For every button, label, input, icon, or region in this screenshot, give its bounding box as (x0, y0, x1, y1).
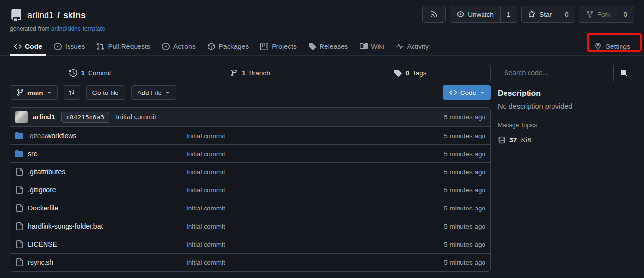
unwatch-label: Unwatch (468, 11, 494, 18)
tab-packages[interactable]: Packages (202, 37, 254, 55)
add-file-button[interactable]: Add File (131, 85, 177, 100)
branches-stat-link[interactable]: 1 Branch (170, 65, 330, 81)
commits-label: Commit (88, 70, 111, 77)
add-file-label: Add File (138, 89, 162, 96)
forks-count: 0 (623, 11, 627, 18)
code-download-button[interactable]: Code (443, 85, 491, 100)
unwatch-button[interactable]: Unwatch (450, 6, 500, 22)
branches-label: Branch (249, 70, 270, 77)
file-icon (15, 222, 23, 230)
repo-title-separator: / (57, 10, 60, 20)
commit-hash-badge[interactable]: c84215d0a3 (61, 112, 109, 123)
watch-button-group: Unwatch 1 (450, 6, 517, 23)
file-commit-message-link[interactable]: Initial commit (186, 205, 444, 212)
tags-stat-link[interactable]: 0 Tags (330, 65, 490, 81)
file-toolbar: main Go to file Add File Code (10, 85, 491, 100)
file-name-link[interactable]: src (28, 150, 37, 158)
eye-icon (457, 10, 464, 18)
branch-selector[interactable]: main (10, 85, 58, 100)
file-icon (15, 240, 23, 248)
tab-pull-requests-label: Pull Requests (108, 43, 150, 50)
database-icon (498, 136, 506, 144)
file-commit-message-link[interactable]: Initial commit (186, 168, 444, 176)
pulse-icon (396, 43, 404, 50)
file-commit-time: 5 minutes ago (444, 205, 485, 212)
stars-count-button[interactable]: 0 (558, 6, 575, 22)
tag-icon (394, 69, 402, 77)
file-icon (15, 204, 23, 212)
tab-wiki[interactable]: Wiki (354, 37, 390, 55)
tab-pull-requests[interactable]: Pull Requests (91, 37, 156, 55)
commit-author-link[interactable]: arlind1 (33, 113, 55, 121)
repo-owner-link[interactable]: arlind1 (27, 10, 54, 20)
chevron-down-icon (47, 92, 51, 94)
file-commit-time: 5 minutes ago (444, 168, 485, 176)
file-name-link[interactable]: .gitattributes (28, 168, 65, 176)
repo-nav-tabs: Code Issues Pull Requests Actions Packag… (0, 37, 644, 56)
file-table: arlind1 c84215d0a3 Initial commit 5 minu… (10, 107, 491, 272)
file-name-link[interactable]: Dockerfile (28, 204, 58, 212)
git-branch-icon (16, 89, 24, 96)
commits-stat-link[interactable]: 1 Commit (10, 65, 170, 81)
file-name-link[interactable]: .gitignore (28, 186, 56, 194)
compare-button[interactable] (64, 85, 80, 100)
forks-count-button[interactable]: 0 (617, 6, 634, 22)
book-icon (360, 43, 368, 50)
file-commit-message-link[interactable]: Initial commit (186, 223, 444, 230)
generated-from-template-link[interactable]: arlind/skins-template (51, 25, 105, 32)
pull-request-icon (96, 43, 104, 50)
file-name-link[interactable]: hardlink-songs-folder.bat (28, 222, 103, 230)
history-icon (69, 69, 77, 77)
fork-button[interactable]: Fork (579, 6, 617, 22)
search-icon (620, 69, 628, 77)
main-content: 1 Commit 1 Branch 0 Tags main (0, 56, 644, 272)
watchers-count-button[interactable]: 1 (500, 6, 517, 22)
fork-button-group: Fork 0 (579, 6, 634, 23)
file-commit-message-link[interactable]: Initial commit (186, 259, 444, 266)
file-icon (15, 258, 23, 266)
tab-projects-label: Projects (272, 43, 297, 50)
tab-packages-label: Packages (219, 43, 249, 50)
fork-icon (586, 10, 594, 18)
tab-projects[interactable]: Projects (254, 37, 302, 55)
file-name-link[interactable]: rsync.sh (28, 258, 53, 266)
commit-author-avatar[interactable] (15, 111, 28, 123)
tab-actions[interactable]: Actions (156, 37, 202, 55)
file-commit-message-link[interactable]: Initial commit (186, 150, 444, 158)
tab-issues[interactable]: Issues (48, 37, 91, 55)
repo-size: 37 KiB (498, 136, 634, 144)
chevron-down-icon (166, 92, 170, 94)
tab-settings[interactable]: Settings (588, 37, 636, 55)
star-button[interactable]: Star (522, 6, 558, 22)
table-row: Dockerfile Initial commit 5 minutes ago (10, 199, 490, 217)
file-name-link[interactable]: LICENSE (28, 240, 57, 248)
folder-icon (15, 150, 23, 158)
file-name-link[interactable]: .gitea/workflows (28, 132, 77, 139)
go-to-file-button[interactable]: Go to file (86, 85, 125, 100)
code-button-label: Code (460, 89, 476, 96)
rss-icon (430, 10, 438, 18)
manage-topics-link[interactable]: Manage Topics (498, 122, 634, 129)
file-commit-message-link[interactable]: Initial commit (186, 241, 444, 248)
file-commit-message-link[interactable]: Initial commit (186, 132, 444, 139)
repo-book-icon (10, 9, 23, 22)
search-button[interactable] (613, 65, 634, 81)
repo-stats-bar: 1 Commit 1 Branch 0 Tags (10, 65, 491, 81)
chevron-down-icon (481, 92, 484, 94)
file-commit-message-link[interactable]: Initial commit (186, 186, 444, 194)
repo-name-link[interactable]: skins (63, 10, 86, 20)
tab-code[interactable]: Code (8, 37, 48, 55)
rss-button-group (422, 6, 446, 23)
commit-message-link[interactable]: Initial commit (116, 113, 156, 121)
rss-button[interactable] (423, 6, 445, 22)
file-commit-time: 5 minutes ago (444, 241, 485, 248)
search-input[interactable] (498, 65, 613, 81)
tab-issues-label: Issues (65, 43, 85, 50)
tag-icon (308, 43, 316, 50)
star-icon (528, 10, 536, 18)
tags-label: Tags (413, 70, 427, 77)
repo-size-value: 37 (509, 136, 517, 144)
tab-activity[interactable]: Activity (390, 37, 435, 55)
tab-settings-label: Settings (605, 43, 630, 50)
tab-releases[interactable]: Releases (302, 37, 354, 55)
